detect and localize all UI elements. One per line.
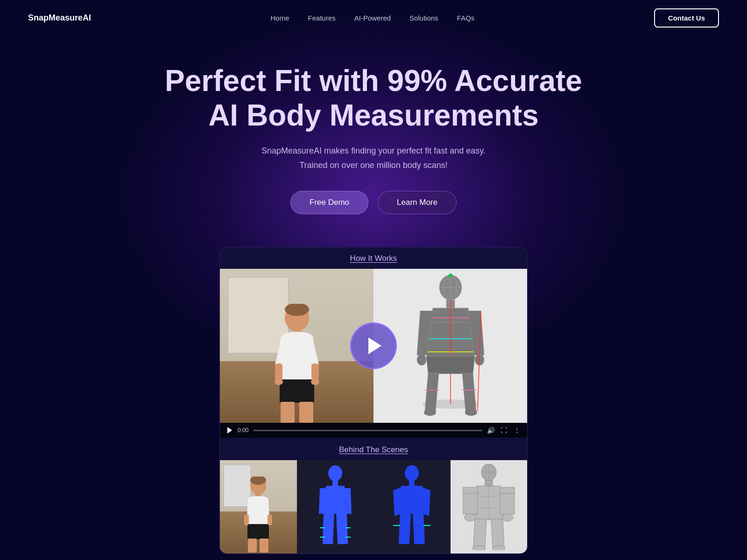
body-scan-svg [404,273,497,418]
svg-rect-35 [260,539,268,553]
frame2-blue-wireframe [314,465,356,549]
frame1-person [242,476,275,553]
svg-point-8 [275,378,283,385]
behind-scenes-section: Behind The Scenes [220,439,527,553]
svg-rect-33 [247,524,269,539]
svg-point-38 [328,465,342,481]
svg-rect-4 [281,402,295,423]
hero-subtitle: SnapMeasureAI makes finding your perfect… [9,144,738,172]
nav-item-home[interactable]: Home [271,14,289,22]
behind-scenes-frame-3 [374,460,451,553]
behind-scenes-frame-2 [297,460,374,553]
hero-section: Perfect Fit with 99% Accurate AI Body Me… [0,36,747,233]
svg-rect-36 [244,515,249,525]
hero-title: Perfect Fit with 99% Accurate AI Body Me… [163,64,584,133]
svg-point-9 [311,378,319,385]
nav-item-faqs[interactable]: FAQs [457,14,475,22]
video-control-icons: 🔊 ⛶ ⋮ [487,427,521,434]
video-timestamp: 0:00 [238,427,248,434]
how-it-works-title: How It Works [220,247,527,269]
fullscreen-icon[interactable]: ⛶ [500,427,507,434]
svg-rect-57 [463,493,478,514]
svg-rect-39 [332,481,338,486]
nav-item-features[interactable]: Features [308,14,336,22]
svg-rect-6 [275,364,282,380]
svg-point-62 [492,546,505,550]
more-options-icon[interactable]: ⋮ [513,427,521,434]
behind-scenes-title: Behind The Scenes [220,439,527,460]
svg-rect-45 [409,481,415,486]
svg-rect-51 [485,480,493,486]
contact-us-button[interactable]: Contact Us [654,8,719,28]
video-play-button[interactable] [226,427,233,434]
svg-point-27 [424,409,436,416]
nav-links: Home Features AI-Powered Solutions FAQs [271,14,475,22]
free-demo-button[interactable]: Free Demo [290,191,368,214]
navbar: SnapMeasureAI Home Features AI-Powered S… [0,0,747,36]
svg-point-60 [502,514,513,521]
svg-point-61 [472,546,486,550]
person-photo-svg [271,304,323,423]
svg-rect-3 [280,379,314,403]
svg-rect-7 [311,364,319,380]
behind-scenes-grid [220,460,527,553]
nav-item-ai-powered[interactable]: AI-Powered [354,14,391,22]
behind-scenes-frame-1 [220,460,297,553]
svg-point-59 [465,514,476,521]
svg-rect-37 [268,515,272,525]
svg-point-23 [417,354,426,365]
learn-more-button[interactable]: Learn More [378,191,457,214]
brand-logo: SnapMeasureAI [28,13,91,23]
play-button[interactable] [350,322,397,369]
video-play-icon [227,427,232,434]
video-container [220,269,527,423]
volume-icon[interactable]: 🔊 [487,427,494,434]
video-progress-bar[interactable] [253,430,482,431]
play-icon [368,337,381,354]
behind-scenes-frame-4 [451,460,528,553]
nav-item-solutions[interactable]: Solutions [409,14,438,22]
svg-point-28 [465,409,477,416]
main-card: How It Works [219,247,528,554]
frame4-gray-wireframe [461,464,517,550]
svg-point-15 [449,273,452,277]
hero-buttons: Free Demo Learn More [9,191,738,214]
svg-rect-58 [500,493,514,514]
svg-rect-34 [248,539,257,553]
svg-rect-5 [299,402,313,423]
svg-point-44 [405,465,419,481]
frame3-blue-body [391,465,433,549]
video-controls-bar: 0:00 🔊 ⛶ ⋮ [220,423,527,438]
